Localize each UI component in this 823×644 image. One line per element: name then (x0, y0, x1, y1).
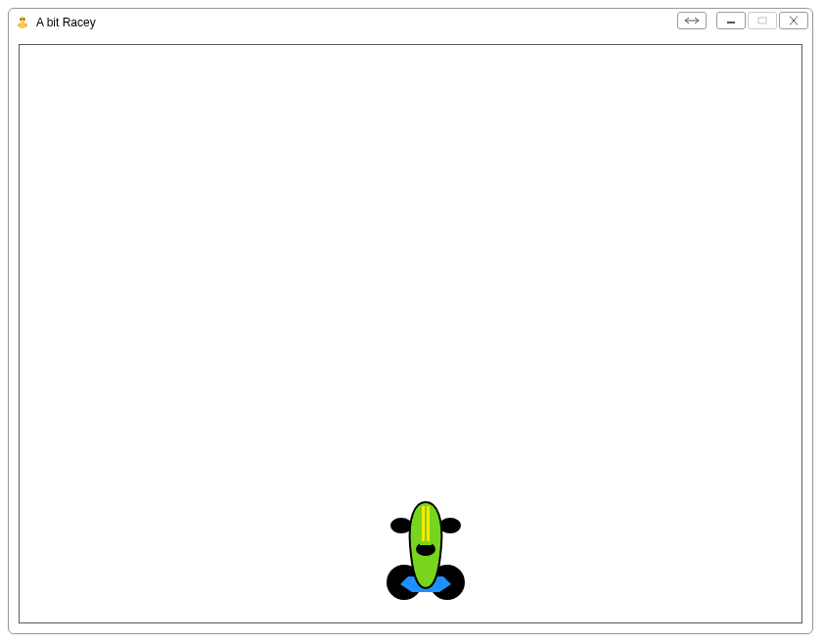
svg-rect-4 (727, 22, 735, 23)
nav-button[interactable] (677, 12, 707, 29)
svg-point-10 (390, 518, 412, 533)
close-button[interactable] (779, 12, 808, 29)
titlebar[interactable]: A bit Racey (9, 9, 812, 36)
client-area (19, 44, 802, 623)
svg-point-1 (19, 23, 26, 28)
svg-rect-5 (758, 18, 766, 23)
player-car (387, 498, 465, 606)
svg-point-2 (21, 19, 23, 21)
app-icon (15, 15, 30, 30)
svg-point-3 (23, 19, 25, 21)
window-title: A bit Racey (36, 15, 96, 30)
svg-rect-13 (427, 506, 430, 541)
game-canvas[interactable] (20, 45, 801, 622)
svg-rect-12 (422, 506, 425, 541)
window-frame: A bit Racey (8, 8, 813, 634)
minimize-button[interactable] (716, 12, 746, 29)
svg-rect-15 (420, 542, 432, 545)
maximize-button (748, 12, 777, 29)
svg-point-11 (439, 518, 461, 533)
window-controls (677, 12, 808, 29)
